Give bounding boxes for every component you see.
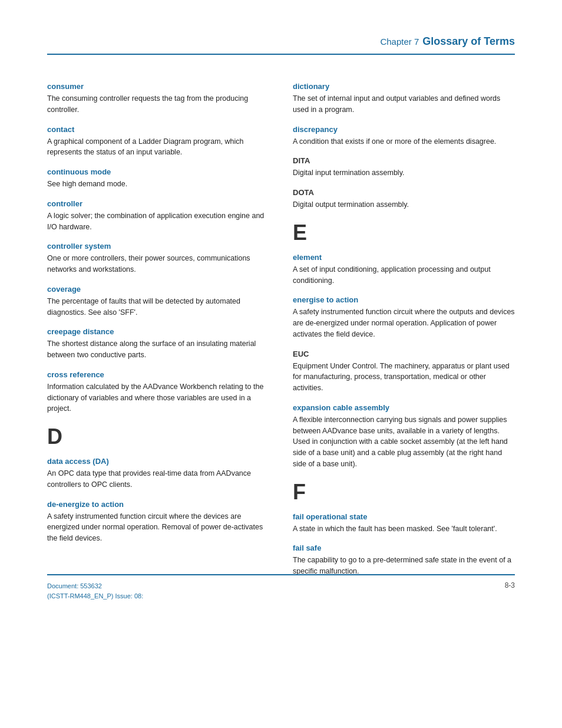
term-heading: discrepancy	[293, 125, 515, 134]
term-abbr: DITA	[293, 156, 515, 165]
term-definition: Equipment Under Control. The machinery, …	[293, 361, 515, 394]
term-definition: A condition that exists if one or more o…	[293, 136, 515, 147]
section-letter-E: E	[293, 222, 515, 243]
chapter-label: Chapter 7	[380, 37, 419, 47]
footer-page-number: 8-3	[505, 581, 515, 589]
term-heading: continuous mode	[47, 167, 269, 176]
page-title: Glossary of Terms	[422, 35, 515, 48]
term-heading: expansion cable assembly	[293, 403, 515, 412]
term-heading: dictionary	[293, 82, 515, 91]
term-heading: data access (DA)	[47, 457, 269, 466]
term-definition: Digital input termination assembly.	[293, 167, 515, 179]
term-definition: Digital output termination assembly.	[293, 199, 515, 210]
page: Chapter 7 Glossary of Terms consumer The…	[0, 0, 562, 625]
term-definition: A logic solver; the combination of appli…	[47, 210, 269, 233]
term-heading: consumer	[47, 82, 269, 91]
term-definition: A set of input conditioning, application…	[293, 264, 515, 286]
footer-document-info: Document: 553632 (ICSTT-RM448_EN_P) Issu…	[47, 581, 143, 602]
term-definition: A safety instrumented function circuit w…	[293, 307, 515, 340]
page-footer: Document: 553632 (ICSTT-RM448_EN_P) Issu…	[47, 574, 515, 602]
term-definition: The shortest distance along the surface …	[47, 338, 269, 361]
term-definition: A state in which the fault has been mask…	[293, 523, 515, 535]
term-heading: controller	[47, 199, 269, 208]
term-definition: The percentage of faults that will be de…	[47, 296, 269, 318]
term-definition: An OPC data type that provides real-time…	[47, 468, 269, 490]
term-heading: element	[293, 253, 515, 262]
footer-doc-line2: (ICSTT-RM448_EN_P) Issue: 08:	[47, 591, 143, 602]
term-heading: controller system	[47, 242, 269, 251]
term-heading: contact	[47, 125, 269, 134]
term-abbr: EUC	[293, 350, 515, 358]
left-column: consumer The consuming controller reques…	[47, 73, 269, 578]
footer-doc-line1: Document: 553632	[47, 581, 143, 592]
term-definition: Information calculated by the AADvance W…	[47, 381, 269, 414]
page-header: Chapter 7 Glossary of Terms	[47, 35, 515, 55]
term-definition: A flexible interconnection carrying bus …	[293, 414, 515, 470]
term-heading: energise to action	[293, 295, 515, 304]
term-definition: One or more controllers, their power sou…	[47, 253, 269, 275]
content-area: consumer The consuming controller reques…	[47, 73, 515, 578]
section-letter-D: D	[47, 426, 269, 447]
term-heading: creepage distance	[47, 327, 269, 336]
term-definition: A graphical component of a Ladder Diagra…	[47, 136, 269, 159]
term-definition: A safety instrumented function circuit w…	[47, 511, 269, 544]
right-column: dictionaryThe set of internal input and …	[293, 73, 515, 578]
term-definition: The set of internal input and output var…	[293, 93, 515, 116]
section-letter-F: F	[293, 482, 515, 503]
term-definition: The consuming controller requests the ta…	[47, 93, 269, 116]
term-definition: See high demand mode.	[47, 179, 269, 190]
term-heading: fail safe	[293, 543, 515, 552]
term-heading: de-energize to action	[47, 500, 269, 509]
term-heading: fail operational state	[293, 512, 515, 521]
term-abbr: DOTA	[293, 188, 515, 197]
term-heading: cross reference	[47, 370, 269, 379]
term-heading: coverage	[47, 285, 269, 294]
